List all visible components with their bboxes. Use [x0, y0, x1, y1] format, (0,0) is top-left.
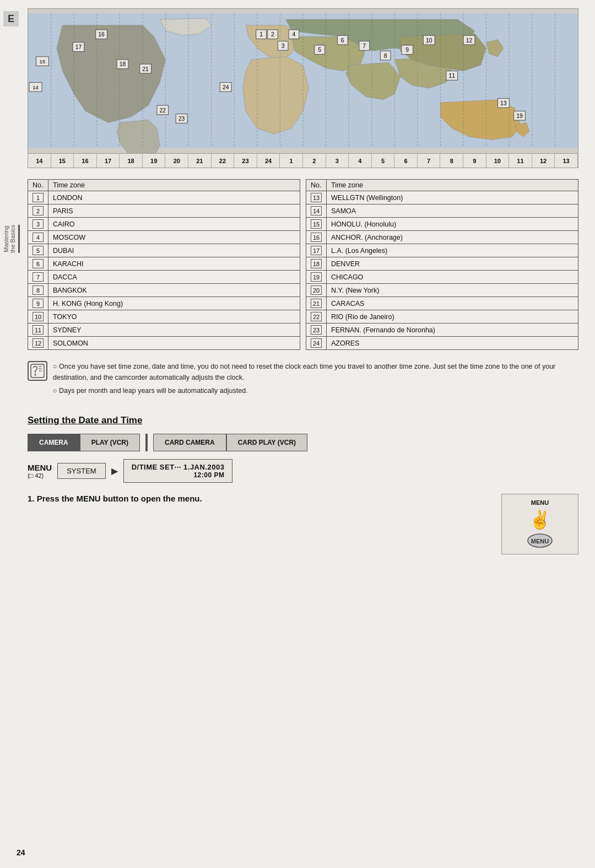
section-heading: Setting the Date and Time: [28, 415, 578, 426]
svg-text:15: 15: [40, 59, 45, 64]
tz-no: 10: [28, 310, 48, 324]
sidebar-mastering: Masteringthe Basics: [3, 225, 20, 253]
tab-camera[interactable]: CAMERA: [28, 434, 80, 451]
table-row: 18DENVER: [306, 257, 578, 271]
table-row: 10TOKYO: [28, 310, 300, 324]
table-row: 4MOSCOW: [28, 231, 300, 244]
tz-zone: DENVER: [327, 257, 578, 271]
svg-text:13: 13: [500, 100, 507, 106]
tz-left-header-no: No.: [28, 180, 48, 191]
tz-zone: ANCHOR. (Anchorage): [327, 231, 578, 244]
map-num-12: 12: [532, 154, 555, 168]
map-num-7: 7: [418, 154, 441, 168]
tz-zone: CHICAGO: [327, 271, 578, 284]
tz-no: 13: [306, 191, 327, 204]
tz-zone: KARACHI: [48, 257, 300, 271]
table-row: 12SOLOMON: [28, 337, 300, 350]
map-num-16: 16: [74, 154, 97, 168]
table-row: 23FERNAN. (Fernando de Noronha): [306, 324, 578, 337]
menu-row: MENU (□ 42) SYSTEM ▶ D/TIME SET··· 1.JAN…: [28, 459, 578, 483]
map-num-24: 24: [257, 154, 280, 168]
tz-no: 2: [28, 204, 48, 218]
timezone-table-left: No. Time zone 1LONDON2PARIS3CAIRO4MOSCOW…: [28, 179, 300, 350]
svg-text:23: 23: [178, 116, 185, 122]
svg-text:MENU: MENU: [531, 538, 549, 544]
tz-no: 9: [28, 297, 48, 310]
tz-no: 22: [306, 310, 327, 324]
tab-play-vcr[interactable]: PLAY (VCR): [80, 434, 140, 451]
svg-text:16: 16: [98, 31, 105, 37]
menu-button-label: MENU: [531, 499, 549, 506]
timezone-tables: No. Time zone 1LONDON2PARIS3CAIRO4MOSCOW…: [28, 179, 578, 350]
table-row: 14SAMOA: [306, 204, 578, 218]
svg-text:3: 3: [282, 43, 285, 49]
svg-text:10: 10: [426, 37, 432, 44]
table-row: 13WELLGTN (Wellington): [306, 191, 578, 204]
map-num-11: 11: [509, 154, 532, 168]
svg-text:11: 11: [449, 73, 456, 79]
tz-no: 16: [306, 231, 327, 244]
menu-label: MENU: [28, 463, 52, 472]
map-num-22: 22: [212, 154, 235, 168]
page-number: 24: [17, 848, 25, 857]
svg-text:19: 19: [516, 113, 523, 119]
tz-zone: HONOLU. (Honolulu): [327, 218, 578, 231]
svg-text:4: 4: [292, 31, 295, 37]
table-row: 7DACCA: [28, 271, 300, 284]
svg-text:2: 2: [271, 31, 274, 37]
table-row: 9H. KONG (Hong Kong): [28, 297, 300, 310]
tab-card-camera[interactable]: CARD CAMERA: [153, 434, 226, 451]
table-row: 24AZORES: [306, 337, 578, 350]
tz-zone: MOSCOW: [48, 231, 300, 244]
map-num-2: 2: [303, 154, 326, 168]
svg-text:6: 6: [341, 37, 344, 44]
tab-card-play-vcr[interactable]: CARD PLAY (VCR): [226, 434, 307, 451]
table-row: 22RIO (Rio de Janeiro): [306, 310, 578, 324]
table-row: 19CHICAGO: [306, 271, 578, 284]
tz-no: 17: [306, 244, 327, 257]
tz-zone: WELLGTN (Wellington): [327, 191, 578, 204]
note-2: Days per month and leap years will be au…: [53, 385, 578, 396]
table-row: 11SYDNEY: [28, 324, 300, 337]
table-row: 15HONOLU. (Honolulu): [306, 218, 578, 231]
note-icon: [28, 361, 47, 381]
map-num-3: 3: [326, 154, 349, 168]
table-row: 16ANCHOR. (Anchorage): [306, 231, 578, 244]
svg-rect-70: [31, 364, 44, 378]
tz-zone: BANGKOK: [48, 284, 300, 297]
map-num-9: 9: [463, 154, 486, 168]
note-1: Once you have set time zone, date and ti…: [53, 361, 578, 383]
tz-zone: PARIS: [48, 204, 300, 218]
svg-text:1: 1: [259, 31, 263, 37]
map-num-10: 10: [486, 154, 510, 168]
table-row: 2PARIS: [28, 204, 300, 218]
svg-text:18: 18: [120, 61, 126, 67]
svg-text:9: 9: [405, 47, 409, 53]
tz-right-header-no: No.: [306, 180, 327, 191]
map-num-1: 1: [280, 154, 303, 168]
table-row: 1LONDON: [28, 191, 300, 204]
menu-sq-icon: □: [30, 472, 34, 479]
svg-text:5: 5: [318, 47, 321, 53]
tz-no: 4: [28, 231, 48, 244]
tz-zone: TOKYO: [48, 310, 300, 324]
map-numbers-row: 14 15 16 17 18 19 20 21 22 23 24 1 2 3 4…: [28, 153, 578, 168]
hand-press-icon: ✌️: [529, 509, 551, 530]
table-row: 21CARACAS: [306, 297, 578, 310]
main-content: 1 2 3 4 5 6 7 8 9 10 11: [22, 0, 595, 868]
svg-text:21: 21: [142, 66, 149, 72]
map-num-17: 17: [97, 154, 120, 168]
map-num-6: 6: [394, 154, 418, 168]
tz-zone: SYDNEY: [48, 324, 300, 337]
svg-text:8: 8: [384, 53, 387, 59]
tz-zone: LONDON: [48, 191, 300, 204]
map-num-19: 19: [143, 154, 166, 168]
tz-no: 1: [28, 191, 48, 204]
tz-no: 20: [306, 284, 327, 297]
table-row: 17L.A. (Los Angeles): [306, 244, 578, 257]
tz-no: 5: [28, 244, 48, 257]
tz-zone: SOLOMON: [48, 337, 300, 350]
map-num-20: 20: [165, 154, 188, 168]
tz-zone: DACCA: [48, 271, 300, 284]
map-num-8: 8: [440, 154, 463, 168]
